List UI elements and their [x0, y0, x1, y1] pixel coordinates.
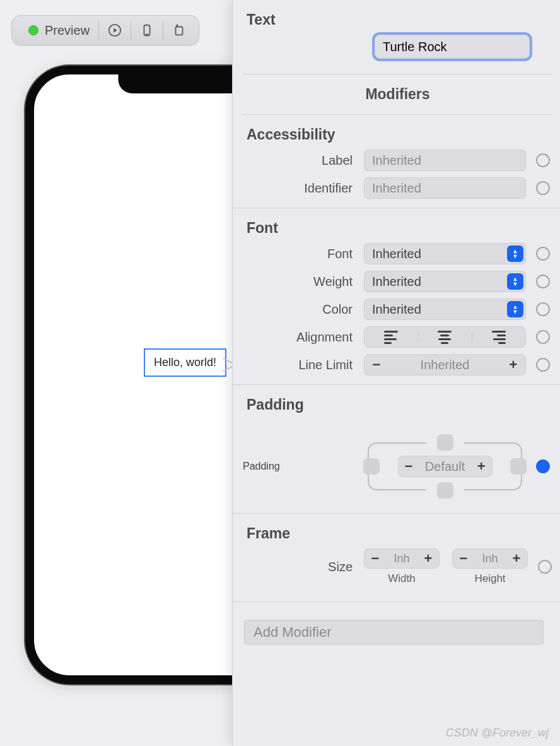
- updown-icon: ▲▼: [507, 301, 523, 317]
- modifier-toggle[interactable]: [536, 358, 550, 372]
- frame-width-value: Inh: [394, 552, 409, 565]
- align-left-icon: [384, 331, 398, 344]
- font-color-caption: Color: [243, 302, 356, 317]
- preview-toolbar: Preview: [11, 15, 199, 45]
- padding-bottom-chip[interactable]: [437, 482, 453, 499]
- frame-width-col: − Inh + Width: [364, 548, 440, 585]
- plus-icon[interactable]: +: [511, 550, 522, 567]
- plus-icon[interactable]: +: [423, 550, 434, 567]
- frame-height-value: Inh: [482, 552, 498, 565]
- section-divider: [233, 601, 560, 602]
- status-dot-icon: [28, 25, 38, 35]
- updown-icon: ▲▼: [507, 273, 523, 290]
- modifier-toggle-active[interactable]: [536, 459, 550, 473]
- minus-icon[interactable]: −: [371, 357, 382, 373]
- orientation-button[interactable]: [163, 16, 195, 45]
- align-right-button[interactable]: [472, 327, 525, 347]
- linelimit-value: Inherited: [421, 358, 470, 372]
- linelimit-stepper[interactable]: − Inherited +: [364, 354, 526, 376]
- section-title-accessibility: Accessibility: [247, 126, 552, 143]
- selected-text-value: Hello, world!: [154, 356, 216, 369]
- accessibility-identifier-caption: Identifier: [243, 181, 356, 196]
- font-color-value: Inherited: [372, 302, 421, 317]
- accessibility-identifier-row: Identifier Inherited: [243, 177, 552, 199]
- font-font-value: Inherited: [372, 247, 421, 261]
- text-value-input[interactable]: [375, 35, 530, 59]
- font-font-select[interactable]: Inherited ▲▼: [364, 243, 526, 264]
- alignment-segmented[interactable]: [364, 326, 526, 348]
- frame-size-caption: Size: [243, 560, 356, 574]
- selected-text-element[interactable]: Hello, world!: [144, 348, 226, 377]
- minus-icon[interactable]: −: [370, 550, 381, 567]
- font-color-row: Color Inherited ▲▼: [243, 299, 552, 320]
- minus-icon[interactable]: −: [458, 550, 469, 567]
- frame-height-col: − Inh + Height: [452, 548, 528, 585]
- modifier-toggle[interactable]: [536, 153, 550, 167]
- font-weight-row: Weight Inherited ▲▼: [243, 271, 552, 292]
- frame-width-caption: Width: [388, 572, 415, 585]
- section-title-font: Font: [247, 220, 552, 237]
- add-modifier-input[interactable]: Add Modifier: [244, 620, 544, 645]
- font-weight-value: Inherited: [372, 275, 421, 289]
- modifier-toggle[interactable]: [536, 330, 550, 344]
- accessibility-label-row: Label Inherited: [243, 150, 552, 171]
- play-button[interactable]: [99, 16, 131, 45]
- modifier-toggle[interactable]: [536, 302, 550, 316]
- frame-size-row: Size − Inh + Width − Inh + Height: [243, 548, 552, 585]
- svg-rect-3: [176, 27, 183, 35]
- align-center-icon: [438, 331, 452, 344]
- font-weight-caption: Weight: [243, 275, 356, 289]
- accessibility-label-input[interactable]: Inherited: [364, 150, 526, 171]
- section-divider: [233, 208, 560, 208]
- align-center-button[interactable]: [418, 327, 471, 347]
- accessibility-label-caption: Label: [243, 153, 356, 168]
- font-linelimit-caption: Line Limit: [243, 358, 356, 372]
- attributes-inspector: Text Modifiers Accessibility Label Inher…: [232, 0, 560, 746]
- align-right-icon: [492, 331, 506, 344]
- add-modifier-placeholder: Add Modifier: [254, 624, 332, 641]
- play-icon: [108, 23, 122, 37]
- minus-icon[interactable]: −: [405, 458, 413, 475]
- padding-caption: Padding: [243, 461, 356, 472]
- section-title-padding: Padding: [247, 396, 552, 413]
- padding-diagram: − Default +: [364, 429, 526, 504]
- font-linelimit-row: Line Limit − Inherited +: [243, 354, 552, 376]
- font-alignment-row: Alignment: [243, 326, 552, 348]
- phone-icon: [140, 23, 154, 37]
- device-button[interactable]: [131, 16, 163, 45]
- plus-icon[interactable]: +: [477, 458, 486, 475]
- preview-status-segment[interactable]: Preview: [20, 16, 98, 45]
- font-weight-select[interactable]: Inherited ▲▼: [364, 271, 526, 292]
- section-title-text: Text: [247, 11, 552, 28]
- padding-top-chip[interactable]: [437, 434, 453, 451]
- padding-right-chip[interactable]: [510, 458, 527, 475]
- modifier-toggle[interactable]: [536, 181, 550, 195]
- font-color-select[interactable]: Inherited ▲▼: [364, 299, 526, 320]
- padding-left-chip[interactable]: [363, 458, 380, 475]
- watermark-text: CSDN @Forever_wj: [446, 726, 549, 740]
- frame-height-stepper[interactable]: − Inh +: [452, 548, 528, 569]
- font-alignment-caption: Alignment: [243, 330, 356, 345]
- rotate-icon: [172, 23, 186, 37]
- align-left-button[interactable]: [365, 327, 417, 347]
- section-divider: [233, 384, 560, 385]
- padding-row: Padding − Default +: [243, 429, 552, 504]
- section-title-frame: Frame: [247, 525, 552, 542]
- modifier-toggle[interactable]: [538, 560, 552, 574]
- accessibility-identifier-input[interactable]: Inherited: [364, 177, 526, 199]
- modifier-toggle[interactable]: [536, 275, 550, 288]
- font-font-caption: Font: [243, 247, 356, 261]
- frame-height-caption: Height: [474, 572, 505, 585]
- padding-value-stepper[interactable]: − Default +: [398, 456, 493, 477]
- updown-icon: ▲▼: [507, 246, 523, 262]
- preview-label: Preview: [45, 23, 90, 38]
- modifiers-header: Modifiers: [243, 74, 552, 115]
- padding-center-value: Default: [425, 459, 465, 474]
- font-font-row: Font Inherited ▲▼: [243, 243, 552, 264]
- section-divider: [233, 513, 560, 514]
- plus-icon[interactable]: +: [508, 357, 519, 373]
- frame-width-stepper[interactable]: − Inh +: [364, 548, 440, 569]
- modifier-toggle[interactable]: [536, 247, 550, 261]
